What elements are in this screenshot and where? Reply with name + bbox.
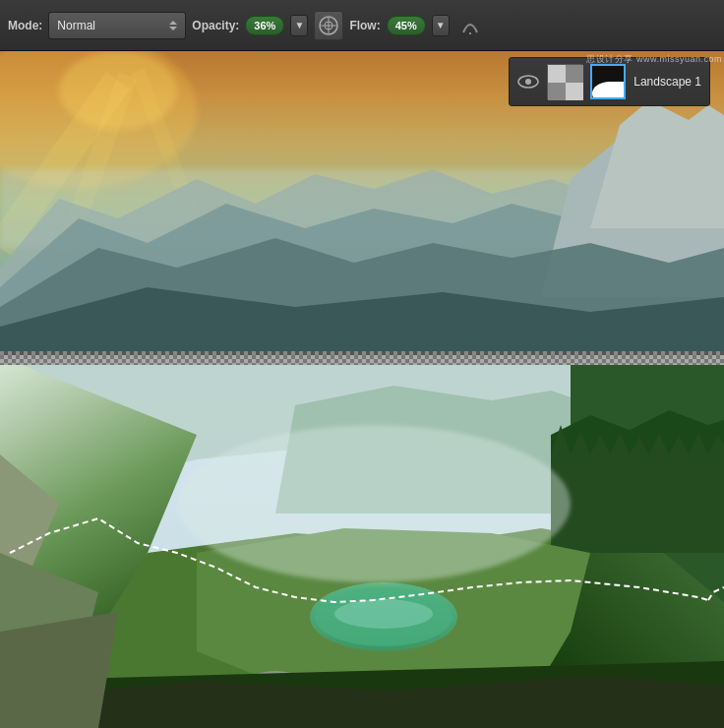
layer-name: Landscape 1 bbox=[634, 75, 701, 89]
layer-image-thumbnail[interactable] bbox=[547, 64, 582, 99]
brush-tool-icon[interactable] bbox=[314, 11, 343, 40]
opacity-dropdown-btn[interactable]: ▼ bbox=[290, 15, 308, 36]
mode-dropdown-arrow bbox=[169, 21, 177, 30]
mode-dropdown[interactable]: Normal bbox=[48, 12, 186, 39]
opacity-value[interactable]: 36% bbox=[245, 16, 284, 35]
watermark: 思设计分享 www.missyuan.com bbox=[586, 53, 722, 66]
mode-label: Mode: bbox=[8, 19, 42, 32]
toolbar: Mode: Normal Opacity: 36% ▼ Flow: 45% ▼ bbox=[0, 0, 724, 51]
bottom-landscape bbox=[0, 356, 724, 728]
flow-dropdown-btn[interactable]: ▼ bbox=[432, 15, 450, 36]
svg-rect-8 bbox=[548, 65, 566, 83]
svg-point-27 bbox=[334, 599, 433, 629]
arrow-down-icon bbox=[169, 27, 177, 30]
bottom-landscape-svg bbox=[0, 356, 724, 728]
flow-value[interactable]: 45% bbox=[387, 16, 426, 35]
svg-rect-23 bbox=[0, 355, 724, 365]
layer-visibility-icon[interactable] bbox=[517, 74, 539, 90]
canvas-area: 思设计分享 www.missyuan.com bbox=[0, 51, 724, 728]
brush-pressure-icon[interactable] bbox=[455, 11, 485, 40]
svg-point-6 bbox=[525, 79, 531, 85]
opacity-label: Opacity: bbox=[192, 19, 239, 32]
svg-rect-9 bbox=[566, 83, 583, 100]
checkerboard-border bbox=[0, 351, 724, 361]
flow-label: Flow: bbox=[349, 19, 380, 32]
mode-value: Normal bbox=[57, 19, 95, 32]
layer-mask-thumbnail[interactable] bbox=[590, 64, 626, 99]
svg-point-32 bbox=[177, 425, 571, 582]
arrow-up-icon bbox=[169, 21, 177, 25]
